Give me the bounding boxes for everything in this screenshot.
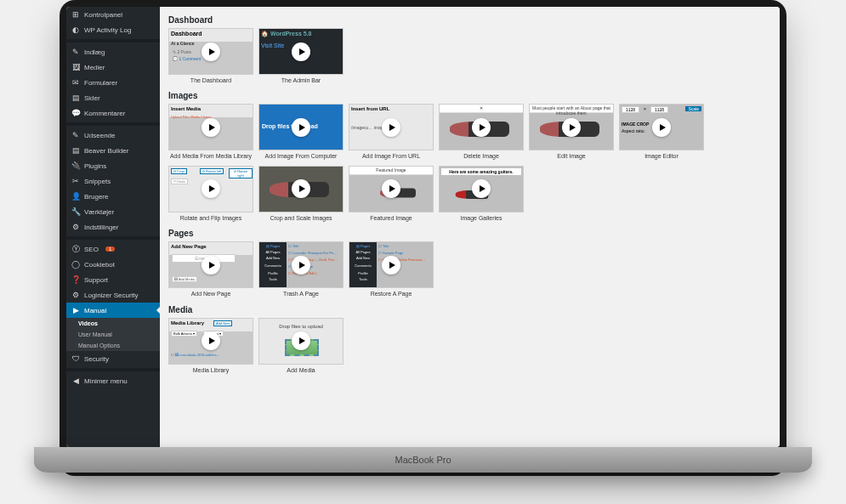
video-caption: Add Media From Media Library xyxy=(168,153,253,160)
video-card: Drop files to uploadAdd Media xyxy=(258,318,344,374)
video-thumbnail[interactable]: Here are some amazing guitars. xyxy=(439,166,524,212)
laptop-label: MacBook Pro xyxy=(395,455,451,465)
appearance-icon: ✎ xyxy=(71,131,80,139)
sidebar-item-collapse[interactable]: ◀Minimer menu xyxy=(66,373,160,388)
submenu-item[interactable]: Manual Options xyxy=(66,340,160,351)
loginizer-icon: ⚙ xyxy=(71,291,80,299)
video-caption: Add Image From Computer xyxy=(258,153,344,160)
sidebar-item-label: Kommentarer xyxy=(84,110,125,117)
video-thumbnail[interactable]: Insert MediaUpload Files Media Library xyxy=(168,104,253,150)
video-card: Most people start with an About page tha… xyxy=(529,104,614,160)
sidebar-item-media[interactable]: 🖼Medier xyxy=(66,59,160,75)
settings-icon: ⚙ xyxy=(71,223,80,231)
play-icon xyxy=(202,179,220,198)
video-thumbnail[interactable]: ▤ PagesAll PagesAdd NewCommentsProfileTo… xyxy=(258,241,344,288)
sidebar-item-label: Medier xyxy=(84,64,105,71)
sidebar-item-posts[interactable]: ✎Indlæg xyxy=(66,44,160,59)
sidebar-item-wp-activity-log[interactable]: ◐WP Activity Log xyxy=(66,22,160,37)
video-thumbnail[interactable]: Add New PageEnter tit🖼 Add Media xyxy=(168,241,253,288)
video-caption: Add Image From URL xyxy=(349,153,434,160)
sidebar-item-label: Kontrolpanel xyxy=(84,11,122,19)
video-caption: The Admin Bar xyxy=(258,77,344,84)
video-card: 🏠 WordPress 5.8Visit SiteThe Admin Bar xyxy=(258,28,344,84)
video-card: Insert from URL/imageco… imagegaller…Add… xyxy=(349,104,434,160)
video-card: Add New PageEnter tit🖼 Add MediaAdd New … xyxy=(168,241,253,297)
sidebar-item-users[interactable]: 👤Brugere xyxy=(66,189,160,204)
video-caption: Add Media xyxy=(258,367,344,374)
video-thumbnail[interactable]: Featured Image xyxy=(349,166,434,212)
video-grid: DashboardAt a Glance✎ 2 Posts💬 1 Comment… xyxy=(168,28,771,84)
video-thumbnail[interactable]: Media LibraryAdd NewBulk Actions ▾All da… xyxy=(168,318,253,365)
video-card: Media LibraryAdd NewBulk Actions ▾All da… xyxy=(168,318,253,374)
sidebar-item-appearance[interactable]: ✎Udseende xyxy=(66,127,160,143)
security-icon: 🛡 xyxy=(71,354,80,363)
section-title: Dashboard xyxy=(168,15,771,25)
sidebar-submenu: VideosUser ManualManual Options xyxy=(66,318,160,351)
sidebar-item-label: Support xyxy=(84,276,108,284)
sidebar-item-tools[interactable]: 🔧Værktøjer xyxy=(66,204,160,219)
video-thumbnail[interactable]: ⟳ Crop⟳ Rotate left⟳ Rotate right↶ Undo xyxy=(168,166,253,212)
play-icon xyxy=(472,118,491,137)
sidebar-item-label: Formularer xyxy=(84,79,117,87)
video-thumbnail[interactable]: DashboardAt a Glance✎ 2 Posts💬 1 Comment xyxy=(168,28,253,75)
sidebar-item-beaver-builder[interactable]: ▤Beaver Builder xyxy=(66,143,160,158)
sidebar-item-snippets[interactable]: ✂Snippets xyxy=(66,173,160,189)
play-icon xyxy=(292,256,310,275)
sidebar-item-forms[interactable]: ✉Formularer xyxy=(66,75,160,90)
sidebar-item-security[interactable]: 🛡Security xyxy=(66,351,160,366)
video-card: Insert MediaUpload Files Media LibraryAd… xyxy=(168,104,253,160)
video-thumbnail[interactable]: ▤ PagesAll PagesAdd NewCommentsProfileTo… xyxy=(349,241,434,288)
forms-icon: ✉ xyxy=(71,78,80,87)
sidebar-item-cookiebot[interactable]: ◯Cookiebot xyxy=(66,257,160,272)
play-icon xyxy=(292,118,310,137)
play-icon xyxy=(202,256,220,275)
video-thumbnail[interactable]: Drop files to upload xyxy=(258,318,344,365)
sidebar-item-label: Udseende xyxy=(84,132,115,139)
video-thumbnail[interactable]: Insert from URL/imageco… imagegaller… xyxy=(349,104,434,150)
sidebar-item-settings[interactable]: ⚙Indstillinger xyxy=(66,219,160,235)
video-thumbnail[interactable]: 🏠 WordPress 5.8Visit Site xyxy=(258,28,344,75)
users-icon: 👤 xyxy=(71,192,80,201)
sidebar-item-label: Loginizer Security xyxy=(84,292,139,299)
video-manual-content: DashboardDashboardAt a Glance✎ 2 Posts💬 … xyxy=(160,7,780,447)
play-icon xyxy=(202,331,220,350)
video-caption: Featured Image xyxy=(349,215,434,222)
video-thumbnail[interactable]: ✕ xyxy=(439,104,524,150)
video-grid: Insert MediaUpload Files Media LibraryAd… xyxy=(168,104,771,222)
play-icon xyxy=(652,118,671,137)
video-thumbnail[interactable] xyxy=(258,166,344,212)
sidebar-item-seo[interactable]: ⓎSEO1 xyxy=(66,241,160,257)
screen: ⊞Kontrolpanel◐WP Activity Log✎Indlæg🖼Med… xyxy=(66,7,780,447)
play-icon xyxy=(292,331,310,350)
sidebar-item-plugins[interactable]: 🔌Plugins xyxy=(66,158,160,173)
video-card: 1128×1128ScaleIMAGE CROPAspect ratio:Ima… xyxy=(619,104,704,160)
submenu-item[interactable]: Videos xyxy=(66,318,160,329)
snippets-icon: ✂ xyxy=(71,177,80,185)
sidebar-item-label: Plugins xyxy=(84,162,106,170)
beaver-builder-icon: ▤ xyxy=(71,146,80,155)
sidebar-item-label: Brugere xyxy=(84,193,108,201)
video-caption: Delete Image xyxy=(439,153,524,160)
video-thumbnail[interactable]: Drop files to upload xyxy=(258,104,344,150)
sidebar-item-label: Sider xyxy=(84,94,100,102)
sidebar-item-dashboard[interactable]: ⊞Kontrolpanel xyxy=(66,7,160,22)
collapse-icon: ◀ xyxy=(71,377,80,385)
video-thumbnail[interactable]: Most people start with an About page tha… xyxy=(529,104,614,150)
sidebar-item-label: Security xyxy=(84,355,109,363)
sidebar-item-pages[interactable]: ▤Sider xyxy=(66,90,160,105)
video-caption: Image Editor xyxy=(619,153,704,160)
support-icon: ❓ xyxy=(71,275,80,284)
video-thumbnail[interactable]: 1128×1128ScaleIMAGE CROPAspect ratio: xyxy=(619,104,704,150)
sidebar-item-loginizer[interactable]: ⚙Loginizer Security xyxy=(66,287,160,303)
sidebar-item-support[interactable]: ❓Support xyxy=(66,272,160,287)
sidebar-item-label: SEO xyxy=(84,246,99,253)
sidebar-item-label: WP Activity Log xyxy=(84,26,131,34)
submenu-item[interactable]: User Manual xyxy=(66,329,160,340)
sidebar-item-comments[interactable]: 💬Kommentarer xyxy=(66,105,160,121)
sidebar-item-label: Værktøjer xyxy=(84,208,114,216)
play-icon xyxy=(292,42,310,61)
video-caption: Edit Image xyxy=(529,153,614,160)
sidebar-item-manual[interactable]: ▶Manual xyxy=(66,303,160,318)
comments-icon: 💬 xyxy=(71,109,80,117)
play-icon xyxy=(202,118,220,137)
